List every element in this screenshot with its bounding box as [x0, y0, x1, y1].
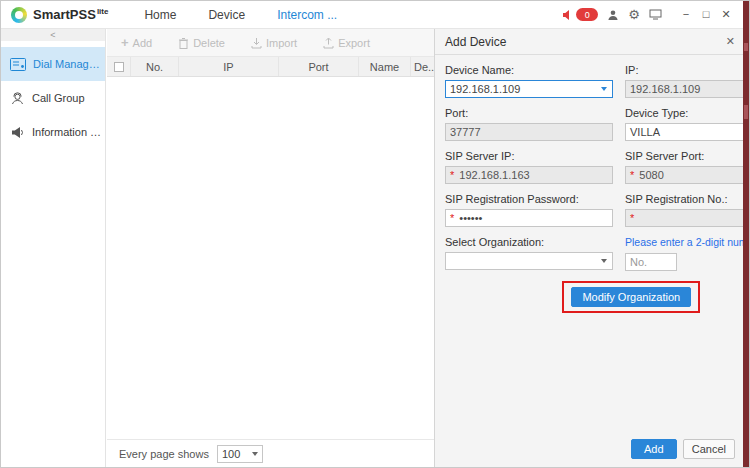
app-name: SmartPSSlite [33, 7, 108, 22]
page-size-label: Every page shows [119, 448, 209, 460]
add-device-button[interactable]: + Add [121, 36, 152, 49]
port-field: Port: 37777 [445, 107, 613, 141]
panel-footer: Add Cancel [631, 439, 735, 459]
minimize-button[interactable]: − [679, 8, 693, 21]
import-button[interactable]: Import [251, 37, 297, 49]
port-label: Port: [445, 107, 613, 119]
device-type-label: Device Type: [625, 107, 750, 119]
information-release-icon [10, 126, 25, 139]
column-header-name[interactable]: Name [359, 57, 411, 76]
device-name-label: Device Name: [445, 64, 613, 76]
select-organization-field: Select Organization: [445, 236, 613, 271]
titlebar: SmartPSSlite Home Device Intercom ... 0 … [1, 1, 750, 29]
modify-organization-button[interactable]: Modify Organization [571, 287, 691, 307]
export-button-label: Export [338, 37, 370, 49]
add-device-panel: Add Device ✕ Device Name: IP: 192.168.1.… [434, 29, 745, 467]
dial-management-icon [10, 58, 26, 71]
page-size-value: 100 [222, 448, 240, 460]
select-organization-dropdown[interactable] [445, 252, 613, 270]
list-toolbar: + Add Delete Import Export [107, 29, 434, 57]
sidebar-item-information-release[interactable]: Information Rele... [1, 115, 105, 149]
device-name-combo[interactable] [445, 80, 613, 98]
sip-registration-no-label: SIP Registration No.: [625, 193, 750, 205]
export-button[interactable]: Export [323, 37, 370, 49]
tab-device[interactable]: Device [208, 8, 245, 22]
edge-strip-mark [744, 105, 748, 119]
sip-registration-no-value: * [625, 209, 750, 227]
delete-button-label: Delete [193, 37, 225, 49]
sidebar: < Dial Management Call Group Information… [1, 29, 106, 467]
device-name-field: Device Name: [445, 64, 613, 98]
sip-registration-password-field: SIP Registration Password: * •••••• [445, 193, 613, 227]
password-dots: •••••• [459, 212, 482, 224]
sidebar-item-label: Call Group [32, 92, 85, 104]
desktop-edge-strip [743, 1, 749, 468]
cancel-button[interactable]: Cancel [683, 439, 735, 459]
titlebar-actions: 0 ⚙ − □ ✕ [562, 8, 741, 21]
device-type-value: VILLA [630, 126, 660, 138]
sip-server-port-text: 5080 [639, 169, 663, 181]
close-window-button[interactable]: ✕ [719, 8, 733, 21]
add-device-form: Device Name: IP: 192.168.1.109 Port: 377… [435, 55, 745, 322]
device-name-input[interactable] [446, 81, 596, 97]
tab-intercom[interactable]: Intercom ... [277, 8, 337, 22]
organization-number-input[interactable] [625, 253, 677, 271]
main-nav-tabs: Home Device Intercom ... [144, 8, 337, 22]
select-all-checkbox[interactable] [114, 62, 124, 72]
maximize-button[interactable]: □ [699, 8, 713, 21]
user-icon[interactable] [607, 9, 619, 21]
add-confirm-button[interactable]: Add [631, 439, 677, 459]
app-name-suffix: lite [97, 7, 109, 16]
table-header: No. IP Port Name De... [107, 57, 434, 77]
sip-server-ip-field: SIP Server IP: * 192.168.1.163 [445, 150, 613, 184]
alarm-indicator[interactable]: 0 [562, 8, 598, 21]
close-panel-icon[interactable]: ✕ [726, 35, 735, 48]
app-name-text: SmartPSS [33, 7, 96, 22]
trash-icon [178, 37, 189, 49]
sip-registration-password-input[interactable]: * •••••• [445, 209, 613, 227]
sip-registration-no-field: SIP Registration No.: * [625, 193, 750, 227]
column-header-no[interactable]: No. [131, 57, 179, 76]
sip-registration-password-label: SIP Registration Password: [445, 193, 613, 205]
panel-header: Add Device ✕ [435, 29, 745, 55]
sidebar-item-dial-management[interactable]: Dial Management [1, 47, 105, 81]
modify-organization-row: Modify Organization [445, 281, 750, 313]
ip-field: IP: 192.168.1.109 [625, 64, 750, 98]
chevron-down-icon[interactable] [596, 81, 612, 97]
call-group-icon [10, 92, 25, 105]
pagination-bar: Every page shows 100 [107, 439, 434, 467]
sip-server-ip-text: 192.168.1.163 [459, 169, 529, 181]
sidebar-item-label: Information Rele... [32, 126, 105, 138]
device-list-area: + Add Delete Import Export [107, 29, 434, 467]
device-type-select[interactable]: VILLA [625, 123, 750, 141]
sip-server-ip-label: SIP Server IP: [445, 150, 613, 162]
window-controls: − □ ✕ [679, 8, 733, 21]
export-icon [323, 37, 334, 49]
edge-strip-mark [744, 43, 748, 51]
required-mark: * [630, 212, 634, 224]
gear-icon[interactable]: ⚙ [628, 8, 640, 21]
panel-title: Add Device [445, 35, 506, 49]
table-body-empty [107, 77, 434, 439]
remote-assistance-icon[interactable] [649, 9, 662, 20]
ip-label: IP: [625, 64, 750, 76]
sidebar-items: Dial Management Call Group Information R… [1, 47, 105, 149]
sidebar-item-call-group[interactable]: Call Group [1, 81, 105, 115]
annotation-highlight-box: Modify Organization [562, 281, 700, 313]
column-header-device-type[interactable]: De... [411, 57, 434, 76]
required-mark: * [630, 169, 634, 181]
sidebar-collapse-button[interactable]: < [1, 29, 105, 41]
device-type-field: Device Type: VILLA [625, 107, 750, 141]
tab-home[interactable]: Home [144, 8, 176, 22]
column-header-port[interactable]: Port [279, 57, 359, 76]
organization-number-field: Please enter a 2-digit number, for exam.… [625, 236, 750, 271]
alarm-count-badge: 0 [576, 8, 598, 21]
column-header-ip[interactable]: IP [179, 57, 279, 76]
sip-server-ip-value: * 192.168.1.163 [445, 166, 613, 184]
sip-server-port-field: SIP Server Port: * 5080 [625, 150, 750, 184]
number-format-hint-link[interactable]: Please enter a 2-digit number, for exam.… [625, 236, 750, 248]
chevron-down-icon [252, 452, 258, 456]
page-size-select[interactable]: 100 [217, 445, 263, 463]
delete-button[interactable]: Delete [178, 37, 225, 49]
speaker-icon [562, 9, 574, 21]
